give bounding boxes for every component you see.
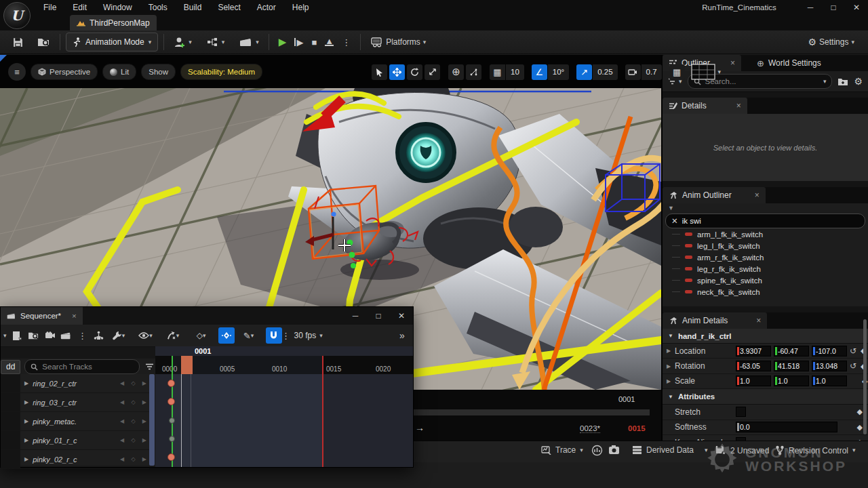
more-dots-icon[interactable]: ⋮ xyxy=(75,327,91,344)
scale-y-input[interactable]: 1.0 xyxy=(774,375,809,386)
softness-input[interactable]: 0.0 xyxy=(736,422,837,432)
playhead-marker[interactable] xyxy=(181,356,193,374)
fps-dropdown[interactable]: 30 fps ▾ xyxy=(294,331,323,340)
anim-outliner-search-input[interactable]: ✕ ik swi xyxy=(665,214,865,228)
panel-scrollbar[interactable] xyxy=(863,319,867,434)
stretch-checkbox[interactable] xyxy=(736,407,746,417)
timeline-area[interactable]: 0000 0005 0010 0015 0020 0001 xyxy=(155,346,413,467)
menu-select[interactable]: Select xyxy=(210,0,248,15)
sequencer-title-bar[interactable]: Sequencer* × ─ □ ✕ xyxy=(1,307,413,325)
view-options-eye[interactable]: ▾ xyxy=(134,327,157,344)
world-coord-icon[interactable]: ⊕ xyxy=(448,64,464,80)
eject-button[interactable]: ▲ xyxy=(321,33,338,51)
restore-button[interactable]: □ xyxy=(822,0,845,15)
move-tool[interactable] xyxy=(389,64,405,80)
anim-outliner-item[interactable]: arm_r_fk_ik_switch xyxy=(663,251,868,263)
show-menu[interactable]: Show xyxy=(141,64,176,80)
scale-snap-icon[interactable]: ↗ xyxy=(576,64,592,80)
anim-outliner-item[interactable]: arm_l_fk_ik_switch xyxy=(663,228,868,240)
sequencer-tab[interactable]: Sequencer* × xyxy=(1,307,83,325)
keyframe-nav[interactable]: ◀ ◇ ▶ xyxy=(120,418,149,424)
auto-key-button[interactable] xyxy=(218,327,235,344)
expander-icon[interactable]: ▶ xyxy=(24,456,28,462)
keyframe-dot[interactable] xyxy=(167,380,175,387)
location-z-input[interactable]: -107.0 xyxy=(812,346,847,357)
close-tab-icon[interactable]: × xyxy=(736,101,741,110)
anim-outliner-item[interactable]: leg_l_fk_ik_switch xyxy=(663,240,868,251)
overflow-chevron-icon[interactable]: ▾ xyxy=(3,333,7,339)
screenshot-icon[interactable] xyxy=(608,445,620,455)
seq-minimize-button[interactable]: ─ xyxy=(344,308,367,323)
viewport-layout-widget[interactable]: ▾ xyxy=(691,64,722,80)
camera-icon[interactable] xyxy=(42,327,58,344)
keyframe-options-icon[interactable]: ◇ ▾ xyxy=(190,327,213,344)
menu-file[interactable]: File xyxy=(35,0,64,15)
outliner-settings-gear-icon[interactable]: ⚙ xyxy=(854,76,863,87)
save-icon[interactable] xyxy=(8,33,28,51)
lit-mode-selector[interactable]: Lit xyxy=(102,64,136,80)
snap-magnet-button[interactable] xyxy=(266,327,282,344)
edit-mode-pencil[interactable]: ✎ ▾ xyxy=(237,327,260,344)
render-movie-icon[interactable] xyxy=(58,327,75,344)
keyframe-nav[interactable]: ◀ ◇ ▶ xyxy=(120,399,149,405)
play-options-dots-icon[interactable]: ⋮ xyxy=(338,33,355,51)
expander-icon[interactable]: ▼ xyxy=(668,394,673,400)
trace-button[interactable]: Trace ▾ xyxy=(541,445,583,455)
add-actor-button[interactable]: ▾ xyxy=(170,33,196,51)
goto-frame-arrow-icon[interactable]: → xyxy=(415,422,425,433)
grid-snap-icon[interactable]: ▦ xyxy=(490,64,505,80)
rotation-snap-value[interactable]: 10° xyxy=(548,64,569,80)
menu-edit[interactable]: Edit xyxy=(64,0,95,15)
track-scrollbar[interactable] xyxy=(149,374,155,466)
expander-icon[interactable]: ▶ xyxy=(24,418,28,424)
expander-icon[interactable]: ▶ xyxy=(667,348,675,354)
surface-snap-icon[interactable] xyxy=(466,64,481,80)
close-button[interactable]: ✕ xyxy=(845,0,868,15)
platforms-button[interactable]: Platforms ▾ xyxy=(366,33,430,51)
tab-world-settings[interactable]: ⊕ World Settings xyxy=(751,55,827,71)
snap-options-dots[interactable]: ⋮ xyxy=(282,327,290,344)
new-folder-icon[interactable] xyxy=(837,77,848,86)
cinematics-button[interactable]: ▾ xyxy=(235,33,263,51)
menu-help[interactable]: Help xyxy=(284,0,317,15)
rotation-z-input[interactable]: 13.048 xyxy=(812,361,847,371)
rotation-y-input[interactable]: 41.518 xyxy=(774,361,809,371)
mode-selector[interactable]: Animation Mode ▾ xyxy=(66,33,158,52)
menu-tools[interactable]: Tools xyxy=(140,0,176,15)
minimize-button[interactable]: ─ xyxy=(799,0,822,15)
playback-options-icon[interactable]: ▾ xyxy=(161,327,184,344)
close-tab-icon[interactable]: × xyxy=(730,58,735,68)
add-track-button[interactable]: dd xyxy=(1,360,20,374)
scale-snap-value[interactable]: 0.25 xyxy=(593,64,617,80)
step-frame-button[interactable]: ▶ xyxy=(290,33,307,51)
collapse-arrow-icon[interactable]: ▼ xyxy=(668,205,674,211)
rotate-tool[interactable] xyxy=(407,64,422,80)
expander-icon[interactable]: ▶ xyxy=(667,378,675,384)
menu-build[interactable]: Build xyxy=(176,0,210,15)
anim-outliner-item[interactable]: leg_r_fk_ik_switch xyxy=(663,263,868,274)
expander-icon[interactable]: ▶ xyxy=(24,437,28,443)
track-row[interactable]: ▶ pinky_metac. ◀ ◇ ▶ xyxy=(1,412,149,431)
track-filter-icon[interactable] xyxy=(145,363,154,370)
anim-outliner-item[interactable]: neck_fk_ik_switch xyxy=(663,286,868,298)
keyframe-nav[interactable]: ◀ ◇ ▶ xyxy=(120,437,149,443)
scale-z-input[interactable]: 1.0 xyxy=(812,375,847,386)
edit-actions-icon[interactable] xyxy=(91,327,107,344)
close-tab-icon[interactable]: × xyxy=(72,312,77,320)
tab-details[interactable]: Details × xyxy=(663,98,747,114)
playback-start-marker[interactable] xyxy=(172,356,173,467)
scale-x-input[interactable]: 1.0 xyxy=(736,375,771,386)
blueprints-button[interactable]: ▾ xyxy=(203,33,229,51)
play-button[interactable]: ▶ xyxy=(275,33,291,51)
settings-button[interactable]: ⚙ Settings ▾ xyxy=(804,33,859,51)
keyframe-nav[interactable]: ◀ ◇ ▶ xyxy=(120,456,149,462)
track-row[interactable]: ▶ pinky_02_r_c ◀ ◇ ▶ xyxy=(1,450,149,469)
rotation-snap-icon[interactable]: ∠ xyxy=(532,64,547,80)
close-tab-icon[interactable]: × xyxy=(755,190,760,200)
menu-actor[interactable]: Actor xyxy=(249,0,284,15)
reset-icon[interactable]: ↺ xyxy=(850,346,856,356)
track-row[interactable]: ▶ ring_03_r_ctr ◀ ◇ ▶ xyxy=(1,393,149,412)
perspective-selector[interactable]: Perspective xyxy=(31,64,98,80)
menu-window[interactable]: Window xyxy=(95,0,140,15)
seq-close-button[interactable]: ✕ xyxy=(390,308,413,323)
